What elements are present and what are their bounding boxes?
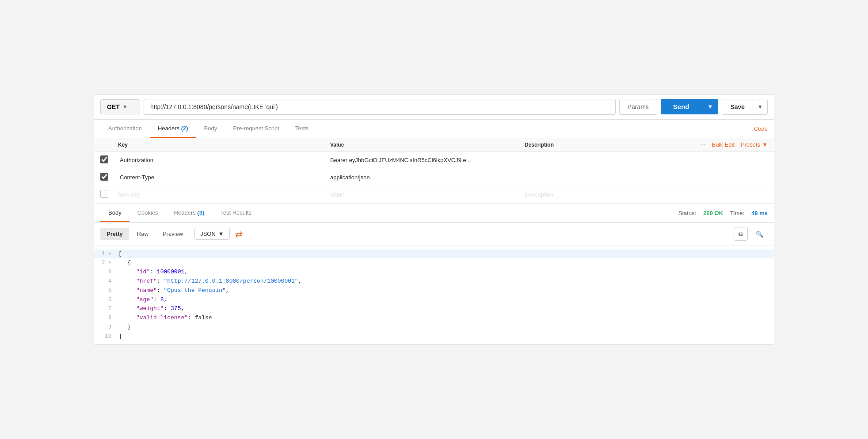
- row2-value[interactable]: application/json: [330, 174, 525, 181]
- format-chevron: ▼: [218, 231, 224, 237]
- col-desc-header: Description: [525, 142, 700, 148]
- line-num-9: 9: [94, 323, 118, 332]
- line-num-2: 2 ▾: [94, 258, 118, 267]
- tab-headers-label: Headers: [158, 125, 181, 132]
- presets-button[interactable]: Presets ▼: [741, 141, 768, 148]
- code-line-1: 1 ▾ [: [94, 250, 774, 259]
- new-desc-input[interactable]: Description: [525, 191, 768, 198]
- method-select[interactable]: GET ▼: [100, 99, 140, 114]
- new-key-row: New key Value Description: [94, 186, 774, 204]
- code-editor: 1 ▾ [ 2 ▾ { 3 "id": 10000001, 4 "href": …: [94, 246, 774, 345]
- row2-key[interactable]: Content-Type: [118, 174, 330, 181]
- tab-body-label: Body: [204, 125, 217, 132]
- copy-button[interactable]: ⧉: [734, 227, 748, 241]
- line-num-10: 10: [94, 332, 118, 341]
- bulk-edit-button[interactable]: Bulk Edit: [712, 141, 735, 148]
- save-button[interactable]: Save: [722, 99, 753, 114]
- line-content-7: "weight": 375,: [118, 304, 774, 314]
- wrap-icon: ⇄: [235, 229, 243, 239]
- response-tabs: Body Cookies Headers (3) Test Results St…: [94, 204, 774, 223]
- line-content-1: [: [118, 250, 774, 259]
- format-select[interactable]: JSON ▼: [194, 228, 230, 240]
- line-content-5: "name": "Opus the Penquin",: [118, 286, 774, 295]
- tab-tests[interactable]: Tests: [287, 120, 316, 138]
- row2-checkbox[interactable]: [100, 173, 108, 181]
- search-icon: 🔍: [756, 231, 763, 238]
- line-num-6: 6: [94, 295, 118, 304]
- presets-label: Presets: [741, 141, 760, 148]
- row1-key[interactable]: Authorization: [118, 157, 330, 163]
- line-num-8: 8: [94, 314, 118, 322]
- header-row-1: Authorization Bearer eyJhbGciOiJFUzM4NCl…: [94, 152, 774, 169]
- res-tab-body[interactable]: Body: [100, 204, 129, 222]
- status-label: Status:: [678, 210, 696, 216]
- line-num-3: 3: [94, 268, 118, 276]
- postman-window: GET ▼ Params Send ▼ Save ▼ Authorization…: [94, 94, 774, 345]
- new-key-input[interactable]: New key: [118, 191, 330, 198]
- headers-section: Key Value Description ··· Bulk Edit Pres…: [94, 138, 774, 204]
- search-button[interactable]: 🔍: [751, 228, 768, 240]
- more-options-icon[interactable]: ···: [700, 141, 705, 149]
- checkbox-col-1: [100, 155, 118, 165]
- res-tab-headers[interactable]: Headers (3): [166, 204, 213, 222]
- code-line-5: 5 "name": "Opus the Penquin",: [94, 286, 774, 295]
- tab-pre-request-script[interactable]: Pre-request Script: [225, 120, 287, 138]
- line-content-9: }: [118, 323, 774, 332]
- view-raw-button[interactable]: Raw: [131, 228, 155, 240]
- wrap-button[interactable]: ⇄: [232, 227, 246, 241]
- method-label: GET: [107, 103, 120, 110]
- tab-authorization-label: Authorization: [108, 125, 142, 132]
- line-content-3: "id": 10000001,: [118, 268, 774, 277]
- code-line-6: 6 "age": 8,: [94, 295, 774, 305]
- code-link[interactable]: Code: [754, 125, 768, 132]
- row1-value[interactable]: Bearer eyJhbGciOiJFUzM4NClsInR5cCl6lkpXV…: [330, 157, 525, 163]
- url-bar: GET ▼ Params Send ▼ Save ▼: [94, 95, 774, 120]
- line-num-7: 7: [94, 304, 118, 313]
- line-content-6: "age": 8,: [118, 295, 774, 305]
- send-button[interactable]: Send: [661, 99, 702, 114]
- column-headers-row: Key Value Description ··· Bulk Edit Pres…: [94, 138, 774, 152]
- save-dropdown-button[interactable]: ▼: [753, 99, 767, 114]
- response-toolbar: Pretty Raw Preview JSON ▼ ⇄ ⧉ 🔍: [94, 223, 774, 246]
- tab-body[interactable]: Body: [196, 120, 225, 138]
- code-line-8: 8 "valid_license": false: [94, 314, 774, 323]
- row1-checkbox[interactable]: [100, 155, 108, 163]
- time-label: Time:: [730, 210, 744, 216]
- code-line-10: 10 ]: [94, 332, 774, 341]
- res-tab-body-label: Body: [108, 209, 122, 216]
- new-checkbox-col: [100, 190, 118, 200]
- line-num-4: 4: [94, 277, 118, 286]
- checkbox-col-2: [100, 173, 118, 182]
- url-input[interactable]: [144, 99, 616, 115]
- new-value-input[interactable]: Value: [330, 191, 525, 198]
- format-label: JSON: [200, 231, 216, 237]
- col-actions: ··· Bulk Edit Presets ▼: [700, 141, 768, 149]
- code-line-2: 2 ▾ {: [94, 258, 774, 268]
- col-value-header: Value: [330, 142, 525, 148]
- response-section: Body Cookies Headers (3) Test Results St…: [94, 204, 774, 345]
- tab-headers-badge: (2): [181, 125, 188, 132]
- method-chevron: ▼: [122, 104, 128, 110]
- res-tab-test-results[interactable]: Test Results: [212, 204, 259, 222]
- col-key-header: Key: [118, 142, 330, 148]
- tab-pre-request-script-label: Pre-request Script: [233, 125, 279, 132]
- new-row-checkbox[interactable]: [100, 190, 108, 198]
- send-button-group: Send ▼: [661, 99, 719, 114]
- res-tab-cookies[interactable]: Cookies: [129, 204, 166, 222]
- response-status: Status: 200 OK Time: 48 ms: [678, 210, 768, 216]
- tab-authorization[interactable]: Authorization: [100, 120, 150, 138]
- code-line-3: 3 "id": 10000001,: [94, 268, 774, 277]
- view-preview-button[interactable]: Preview: [156, 228, 189, 240]
- line-content-2: {: [118, 258, 774, 268]
- view-pretty-button[interactable]: Pretty: [100, 228, 129, 240]
- params-button[interactable]: Params: [619, 99, 657, 115]
- line-content-8: "valid_license": false: [118, 314, 774, 323]
- presets-chevron: ▼: [762, 141, 768, 148]
- code-line-9: 9 }: [94, 323, 774, 332]
- send-dropdown-button[interactable]: ▼: [702, 99, 719, 114]
- request-tabs: Authorization Headers (2) Body Pre-reque…: [94, 120, 774, 138]
- tab-headers[interactable]: Headers (2): [150, 120, 196, 138]
- tab-tests-label: Tests: [295, 125, 308, 132]
- res-tab-test-results-label: Test Results: [220, 209, 251, 216]
- header-row-2: Content-Type application/json: [94, 169, 774, 186]
